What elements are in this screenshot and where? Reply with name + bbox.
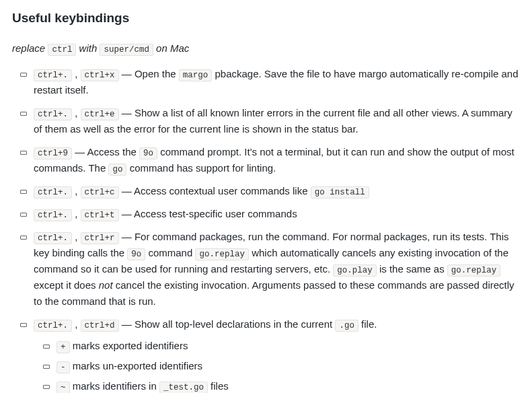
text: — Show all top-level declarations in the…: [119, 318, 336, 330]
kbd: ctrl+.: [34, 209, 72, 221]
kbd-ctrl: ctrl: [48, 44, 76, 56]
text: command has support for linting.: [126, 162, 276, 174]
intro-mid: with: [76, 42, 100, 54]
text: files: [208, 380, 229, 392]
kbd: ctrl+d: [81, 320, 119, 332]
list-item: ctrl+. , ctrl+x — Open the margo pbackag…: [23, 66, 520, 98]
code-dot-go: .go: [335, 320, 358, 332]
kbd: ctrl+c: [81, 186, 119, 199]
list-item: ctrl+. , ctrl+c — Access contextual user…: [23, 183, 520, 199]
list-item: ctrl+. , ctrl+r — For command packages, …: [23, 229, 520, 310]
kbd: ctrl+r: [81, 232, 119, 244]
intro-pre: replace: [12, 42, 48, 54]
kbd: ctrl+.: [34, 69, 72, 81]
code-go-replay: go.replay: [447, 264, 501, 277]
list-item: ctrl+. , ctrl+e — Show a list of all kno…: [23, 105, 520, 137]
sep: ,: [72, 68, 81, 79]
code-9o: 9o: [127, 248, 145, 260]
kbd-super-cmd: super/cmd: [100, 44, 153, 56]
kbd: ctrl+.: [34, 108, 72, 120]
sep: ,: [72, 185, 81, 196]
kbd: ctrl+t: [81, 209, 119, 221]
text: marks identifiers in: [70, 380, 159, 392]
code-minus: -: [56, 361, 70, 373]
keybinding-list: ctrl+. , ctrl+x — Open the margo pbackag…: [12, 66, 520, 393]
code-plus: +: [56, 341, 70, 353]
sep: ,: [72, 208, 81, 219]
code-tilde: ~: [56, 382, 70, 393]
kbd: ctrl+.: [34, 232, 72, 244]
code-go: go: [108, 164, 126, 176]
code-9o: 9o: [139, 147, 157, 159]
text: marks un-exported identifiers: [70, 360, 203, 371]
kbd: ctrl+.: [34, 320, 72, 332]
sep: ,: [72, 318, 81, 330]
kbd: ctrl+e: [81, 108, 119, 120]
text: except it does: [34, 279, 99, 291]
list-item: + marks exported identifiers: [46, 338, 520, 354]
sub-list: + marks exported identifiers - marks un-…: [34, 338, 520, 393]
code-margo: margo: [179, 69, 213, 81]
list-item: ctrl+9 — Access the 9o command prompt. I…: [23, 144, 520, 176]
text: command: [145, 247, 195, 258]
kbd: ctrl+x: [81, 69, 119, 81]
list-item: ~ marks identifiers in _test.go files: [46, 378, 520, 393]
intro-post: on Mac: [153, 42, 189, 54]
intro-line: replace ctrl with super/cmd on Mac: [12, 40, 520, 57]
code-test-go: _test.go: [159, 382, 208, 393]
text: file.: [358, 318, 377, 330]
text: — Access test-specific user commands: [119, 208, 297, 219]
text: is the same as: [377, 263, 447, 275]
kbd: ctrl+.: [34, 186, 72, 199]
emphasis-not: not: [99, 279, 113, 291]
sep: ,: [72, 231, 81, 242]
text: — Open the: [119, 68, 179, 79]
list-item: ctrl+. , ctrl+t — Access test-specific u…: [23, 206, 520, 222]
kbd: ctrl+9: [34, 147, 72, 159]
sep: ,: [72, 107, 81, 118]
code-go-replay: go.replay: [195, 248, 249, 260]
text: — Access the: [72, 146, 139, 157]
list-item: ctrl+. , ctrl+d — Show all top-level dec…: [23, 316, 520, 393]
code-go-install: go install: [311, 186, 369, 199]
code-go-play: go.play: [333, 264, 377, 277]
text: marks exported identifiers: [70, 340, 188, 351]
text: — Access contextual user commands like: [119, 185, 311, 196]
list-item: - marks un-exported identifiers: [46, 358, 520, 374]
page-title: Useful keybindings: [12, 8, 520, 28]
